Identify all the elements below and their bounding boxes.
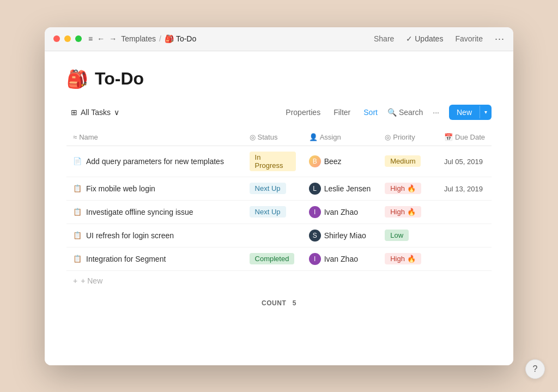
task-name-cell-3: 📋 UI refresh for login screen xyxy=(66,224,243,247)
new-button-arrow[interactable]: ▾ xyxy=(480,106,492,118)
column-header-priority: ◎Priority xyxy=(378,129,438,146)
column-header-due: 📅Due Date xyxy=(438,129,492,146)
table-row[interactable]: 📄 Add query parameters for new templates… xyxy=(66,146,492,177)
table-row[interactable]: 📋 Integration for Segment Completed I Iv… xyxy=(66,247,492,270)
column-header-status: ◎Status xyxy=(243,129,302,146)
titlebar: ≡ ← → Templates / 🎒 To-Do Share ✓ Update… xyxy=(45,27,513,51)
task-assignee-cell-0: B Beez xyxy=(302,146,379,177)
hamburger-icon[interactable]: ≡ xyxy=(88,34,93,43)
search-label: Search xyxy=(399,108,423,117)
breadcrumb-separator: / xyxy=(159,34,161,43)
table-header-row: ≈Name ◎Status 👤Assign ◎Priority 📅Due Dat… xyxy=(66,129,492,146)
task-table: ≈Name ◎Status 👤Assign ◎Priority 📅Due Dat… xyxy=(66,129,492,271)
minimize-button[interactable] xyxy=(64,35,71,42)
task-priority-cell-1[interactable]: High 🔥 xyxy=(378,177,438,200)
assignee-name-2: Ivan Zhao xyxy=(324,208,358,216)
task-due-cell-3 xyxy=(438,224,492,247)
count-row: COUNT 5 xyxy=(66,291,492,316)
status-column-icon: ◎ xyxy=(250,133,256,141)
task-name-cell-0: 📄 Add query parameters for new templates xyxy=(66,146,243,177)
task-status-cell-4[interactable]: Completed xyxy=(243,247,302,270)
task-assignee-cell-1: L Leslie Jensen xyxy=(302,177,379,200)
task-name-4: Integration for Segment xyxy=(86,255,166,263)
back-icon[interactable]: ← xyxy=(97,34,105,43)
name-column-icon: ≈ xyxy=(73,133,77,141)
breadcrumb: Templates / 🎒 To-Do xyxy=(121,34,196,43)
avatar-4: I xyxy=(309,253,321,265)
priority-badge-0: Medium xyxy=(385,155,421,167)
task-name-cell-1: 📋 Fix mobile web login xyxy=(66,177,243,200)
due-date-0: Jul 05, 2019 xyxy=(444,158,483,166)
status-badge-1: Next Up xyxy=(250,183,286,194)
sort-button[interactable]: Sort xyxy=(360,106,381,119)
assignee-name-3: Shirley Miao xyxy=(324,231,366,240)
column-header-assign: 👤Assign xyxy=(302,129,379,146)
task-name-1: Fix mobile web login xyxy=(86,184,155,193)
column-header-name: ≈Name xyxy=(66,129,243,146)
view-selector[interactable]: ⊞ All Tasks ∨ xyxy=(66,106,124,119)
filter-button[interactable]: Filter xyxy=(330,106,354,119)
task-name-0: Add query parameters for new templates xyxy=(86,157,224,166)
breadcrumb-templates[interactable]: Templates xyxy=(121,34,156,43)
count-label: COUNT xyxy=(262,299,286,307)
search-icon: 🔍 xyxy=(387,108,397,117)
maximize-button[interactable] xyxy=(75,35,82,42)
priority-badge-3: Low xyxy=(385,230,409,241)
properties-button[interactable]: Properties xyxy=(282,106,324,119)
titlebar-icons: ≡ ← → xyxy=(88,34,117,43)
priority-badge-4: High 🔥 xyxy=(385,253,421,264)
priority-badge-1: High 🔥 xyxy=(385,183,421,194)
page-header: 🎒 To-Do xyxy=(66,69,492,89)
task-status-cell-1[interactable]: Next Up xyxy=(243,177,302,200)
toolbar-more-button[interactable]: ··· xyxy=(429,106,442,119)
task-icon-1: 📋 xyxy=(73,184,82,192)
forward-icon[interactable]: → xyxy=(109,34,117,43)
plus-icon: + xyxy=(73,276,77,285)
page-name: To-Do xyxy=(176,34,196,43)
help-button[interactable]: ? xyxy=(525,359,545,379)
avatar-0: B xyxy=(309,155,321,167)
task-priority-cell-2[interactable]: High 🔥 xyxy=(378,200,438,224)
task-assignee-cell-2: I Ivan Zhao xyxy=(302,200,379,224)
task-status-cell-2[interactable]: Next Up xyxy=(243,200,302,224)
table-row[interactable]: 📋 UI refresh for login screen S Shirley … xyxy=(66,224,492,247)
status-badge-0: In Progress xyxy=(250,152,296,171)
task-due-cell-1: Jul 13, 2019 xyxy=(438,177,492,200)
page-title: To-Do xyxy=(95,69,144,89)
more-button[interactable]: ··· xyxy=(495,33,505,45)
priority-badge-2: High 🔥 xyxy=(385,206,421,218)
chevron-down-icon: ∨ xyxy=(114,108,119,117)
task-priority-cell-4[interactable]: High 🔥 xyxy=(378,247,438,270)
table-row[interactable]: 📋 Investigate offline syncing issue Next… xyxy=(66,200,492,224)
assignee-name-4: Ivan Zhao xyxy=(324,255,358,263)
task-due-cell-4 xyxy=(438,247,492,270)
task-priority-cell-0[interactable]: Medium xyxy=(378,146,438,177)
task-due-cell-2 xyxy=(438,200,492,224)
new-button-label: New xyxy=(449,105,480,120)
toolbar-right: Properties Filter Sort 🔍 Search ··· New … xyxy=(282,105,492,120)
task-due-cell-0: Jul 05, 2019 xyxy=(438,146,492,177)
new-button[interactable]: New ▾ xyxy=(449,105,492,120)
task-status-cell-3[interactable] xyxy=(243,224,302,247)
task-name-2: Investigate offline syncing issue xyxy=(86,208,193,216)
task-name-cell-2: 📋 Investigate offline syncing issue xyxy=(66,200,243,224)
view-icon: ⊞ xyxy=(71,108,77,117)
search-button[interactable]: 🔍 Search xyxy=(387,108,423,117)
task-assignee-cell-3: S Shirley Miao xyxy=(302,224,379,247)
favorite-button[interactable]: Favorite xyxy=(452,32,486,45)
assignee-name-1: Leslie Jensen xyxy=(324,184,371,193)
task-assignee-cell-4: I Ivan Zhao xyxy=(302,247,379,270)
app-window: ≡ ← → Templates / 🎒 To-Do Share ✓ Update… xyxy=(45,27,513,365)
task-status-cell-0[interactable]: In Progress xyxy=(243,146,302,177)
share-button[interactable]: Share xyxy=(371,32,397,45)
avatar-1: L xyxy=(309,183,321,195)
updates-button[interactable]: ✓ Updates xyxy=(406,34,443,43)
window-controls xyxy=(53,35,82,42)
assignee-name-0: Beez xyxy=(324,157,342,166)
add-new-row[interactable]: + + New xyxy=(66,271,492,291)
table-row[interactable]: 📋 Fix mobile web login Next Up L Leslie … xyxy=(66,177,492,200)
due-column-icon: 📅 xyxy=(444,133,453,141)
close-button[interactable] xyxy=(53,35,60,42)
view-label: All Tasks xyxy=(81,108,111,117)
task-priority-cell-3[interactable]: Low xyxy=(378,224,438,247)
